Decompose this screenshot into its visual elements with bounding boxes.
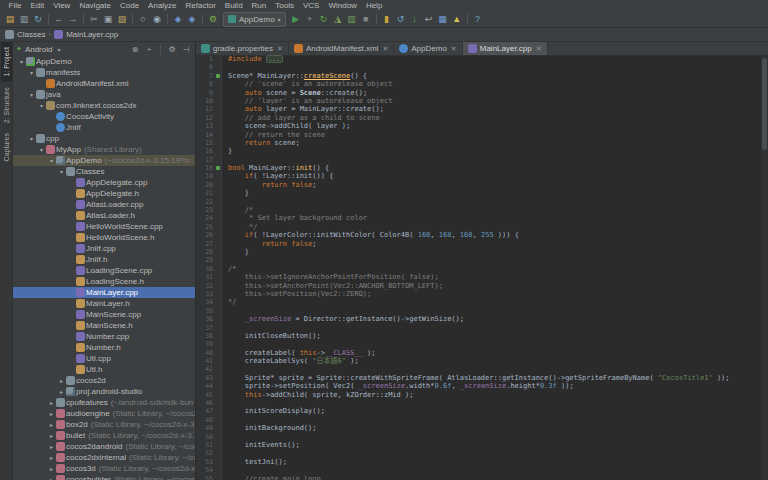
tree-item-cpufeatures[interactable]: ▸cpufeatures(~/android-sdk/ndk-bun (13, 397, 195, 408)
menu-item-analyze[interactable]: Analyze (144, 0, 181, 11)
close-icon[interactable]: ✕ (382, 45, 388, 53)
code-line[interactable]: 36 _screenSize = Director::getInstance()… (196, 315, 761, 323)
tree-item-atlasloader-h[interactable]: AtlasLoader.h (13, 210, 195, 221)
menu-item-vcs[interactable]: VCS (298, 0, 323, 11)
tree-item-helloworldscene-cpp[interactable]: HelloWorldScene.cpp (13, 221, 195, 232)
code-line[interactable]: 51 initEvents(); (196, 441, 761, 449)
menu-item-help[interactable]: Help (361, 0, 386, 11)
tree-item-cocosactivity[interactable]: CocosActivity (13, 111, 195, 122)
profile-icon[interactable]: ◮ (331, 13, 345, 26)
code-line[interactable]: 25 */ (196, 223, 761, 231)
scrollbar-thumb[interactable] (762, 58, 767, 150)
tree-item-myapp[interactable]: ▾MyApp(Shared Library) (13, 144, 195, 155)
code-line[interactable]: 52 (196, 449, 761, 457)
code-line[interactable]: 11 auto layer = MainLayer::create(); (196, 105, 761, 113)
project-structure-icon[interactable]: ▦ (436, 13, 450, 26)
tree-item-audioengine[interactable]: ▸audioengine(Static Library, ~/cocos2d- (13, 408, 195, 419)
code-line[interactable]: 40 createLabel( this->__CLASS__ ); (196, 349, 761, 357)
code-line[interactable]: 47 initScoreDisplay(); (196, 407, 761, 415)
run-icon[interactable]: ▶ (289, 13, 303, 26)
code-line[interactable]: 27 return false; (196, 240, 761, 248)
code-line[interactable]: 55 //create main loop (196, 475, 761, 480)
code-line[interactable]: 54 (196, 466, 761, 474)
code-line[interactable]: 19 if( !Layer::init()) { (196, 172, 761, 180)
code-line[interactable]: 7Scene* MainLayer::createScene() { (196, 72, 761, 80)
find-icon[interactable]: ○ (136, 13, 150, 26)
menu-item-window[interactable]: Window (324, 0, 361, 11)
expand-arrow-icon[interactable]: ▸ (47, 432, 56, 439)
save-all-icon[interactable]: ▥ (17, 13, 31, 26)
expand-arrow-icon[interactable]: ▸ (47, 454, 56, 461)
close-icon[interactable]: ⊗ (129, 45, 141, 54)
tree-item-com-linknext-cocos2dx[interactable]: ▾com.linknext.cocos2dx (13, 100, 195, 111)
expand-arrow-icon[interactable]: ▾ (17, 58, 26, 65)
tree-item-androidmanifest-xml[interactable]: AndroidManifest.xml (13, 78, 195, 89)
tree-item-jniif-h[interactable]: JniIf.h (13, 254, 195, 265)
forward-arrow-icon[interactable]: → (66, 13, 80, 26)
code-line[interactable]: 24 * Set layer background color (196, 214, 761, 222)
code-line[interactable]: 46 (196, 399, 761, 407)
code-line[interactable]: 34*/ (196, 298, 761, 306)
code-line[interactable]: 29 (196, 256, 761, 264)
build-wrench-icon[interactable]: ⚙ (206, 13, 220, 26)
code-line[interactable]: 45 this->addChild( sprite, kZOrder::zMid… (196, 391, 761, 399)
close-icon[interactable]: ✕ (277, 45, 283, 53)
tree-item-appdemo[interactable]: ▾AppDemo (13, 56, 195, 67)
code-line[interactable]: 23 /* (196, 206, 761, 214)
code-line[interactable]: 38 initCloseButton(); (196, 332, 761, 340)
code-editor[interactable]: 1#include ...67Scene* MainLayer::createS… (196, 55, 761, 480)
code-line[interactable]: 9 auto scene = Scene::create(); (196, 89, 761, 97)
nav-back-icon[interactable]: ◈ (171, 13, 185, 26)
code-line[interactable]: 1#include ... (196, 55, 761, 63)
tree-item-box2d[interactable]: ▸box2d(Static Library, ~/cocos2d-x-3.1 (13, 419, 195, 430)
code-line[interactable]: 44 sprite->setPosition( Vec2( _screenSiz… (196, 382, 761, 390)
tree-item-loadingscene-h[interactable]: LoadingScene.h (13, 276, 195, 287)
stop-icon[interactable]: ■ (359, 13, 373, 26)
instant-run-icon[interactable]: ▲ (450, 13, 464, 26)
tree-item-jniif[interactable]: JniIf (13, 122, 195, 133)
editor-scrollbar[interactable] (761, 55, 768, 480)
code-line[interactable]: 32 this->setAnchorPoint(Vec2::ANCHOR_BOT… (196, 282, 761, 290)
code-line[interactable]: 14 // return the scene (196, 131, 761, 139)
tree-item-proj-android-studio[interactable]: ▸proj.android-studio (13, 386, 195, 397)
menu-item-navigate[interactable]: Navigate (75, 0, 116, 11)
rerun-icon[interactable]: ↻ (317, 13, 331, 26)
code-line[interactable]: 35 (196, 307, 761, 315)
expand-arrow-icon[interactable]: ▾ (37, 146, 46, 153)
code-line[interactable]: 8 // 'scene' is an autorelease object (196, 80, 761, 88)
menu-item-tools[interactable]: Tools (271, 0, 299, 11)
code-line[interactable]: 31 this->setIgnoreAnchorPointForPosition… (196, 273, 761, 281)
code-line[interactable]: 16} (196, 147, 761, 155)
tree-item-mainlayer-cpp[interactable]: MainLayer.cpp (13, 287, 195, 298)
code-line[interactable]: 6 (196, 63, 761, 71)
code-line[interactable]: 43 Sprite* sprite = Sprite::createWithSp… (196, 374, 761, 382)
code-line[interactable]: 18bool MainLayer::init() { (196, 164, 761, 172)
code-line[interactable]: 10 // 'layer' is an autorelease object (196, 97, 761, 105)
code-line[interactable]: 22 (196, 198, 761, 206)
tree-item-number-h[interactable]: Number.h (13, 342, 195, 353)
code-line[interactable]: 21 } (196, 189, 761, 197)
coverage-icon[interactable]: ▥ (345, 13, 359, 26)
tree-item-number-cpp[interactable]: Number.cpp (13, 331, 195, 342)
code-line[interactable]: 28 } (196, 248, 761, 256)
tree-item-cocos2dandroid[interactable]: ▸cocos2dandroid(Static Library, ~/coco (13, 441, 195, 452)
tab-gradle-properties[interactable]: gradle.properties✕ (196, 42, 289, 55)
tool-window-button-captures[interactable]: Captures (1, 128, 12, 166)
menu-item-edit[interactable]: Edit (26, 0, 49, 11)
sync-gradle-icon[interactable]: ↺ (394, 13, 408, 26)
tree-item-classes[interactable]: ▾Classes (13, 166, 195, 177)
code-line[interactable]: 26 if( !LayerColor::initWithColor( Color… (196, 231, 761, 239)
code-line[interactable]: 30/* (196, 265, 761, 273)
back-arrow-icon[interactable]: ← (52, 13, 66, 26)
paste-icon[interactable]: ▨ (115, 13, 129, 26)
nav-forward-icon[interactable]: ◈ (185, 13, 199, 26)
help-icon[interactable]: ? (471, 13, 485, 26)
code-line[interactable]: 49 initBackground(); (196, 424, 761, 432)
tab-androidmanifest-xml[interactable]: AndroidManifest.xml✕ (289, 42, 394, 55)
code-line[interactable]: 33 this->setPosition(Vec2::ZERO); (196, 290, 761, 298)
code-line[interactable]: 39 (196, 340, 761, 348)
code-line[interactable]: 37 (196, 324, 761, 332)
tab-mainlayer-cpp[interactable]: MainLayer.cpp✕ (463, 42, 548, 55)
expand-arrow-icon[interactable]: ▸ (57, 388, 66, 395)
code-line[interactable]: 42 (196, 365, 761, 373)
